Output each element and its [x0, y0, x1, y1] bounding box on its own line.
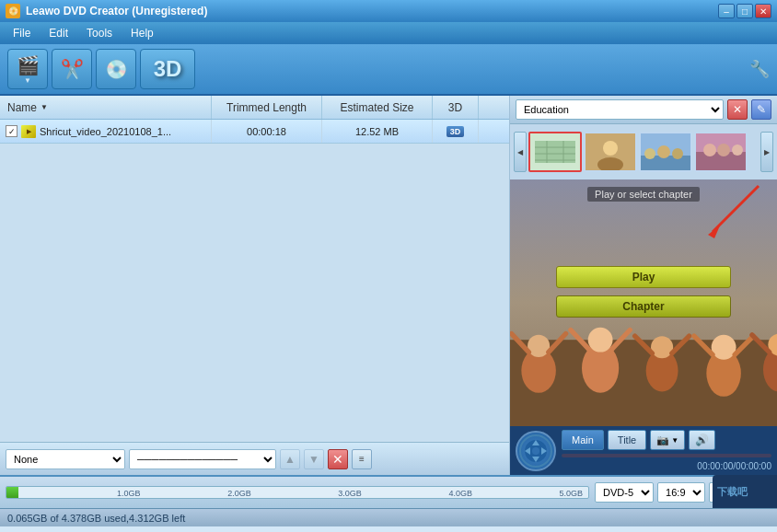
preview-play-button[interactable]: Play — [556, 266, 731, 288]
table-body: ✓ ▶ Shricut_video_20210108_1... 00:00:18… — [0, 120, 509, 144]
none-select[interactable]: None — [6, 449, 125, 469]
main-content: Name ▼ Trimmed Length Estimated Size 3D … — [0, 96, 777, 475]
column-header-3d: 3D — [433, 96, 479, 119]
maximize-button[interactable]: □ — [736, 4, 753, 18]
aspect-select[interactable]: ────────────── — [129, 449, 276, 469]
camera-icon: 📷 — [656, 434, 669, 446]
app-icon: 📀 — [6, 4, 20, 18]
svg-line-43 — [713, 186, 759, 232]
add-video-button[interactable]: 🎬 ▼ — [7, 49, 48, 89]
column-header-name: Name ▼ — [0, 96, 212, 119]
template-bar: Education Business Classic ✕ ✎ — [510, 96, 777, 124]
cell-trimmed: 00:00:18 — [212, 120, 322, 143]
progress-track — [562, 454, 771, 457]
edit-template-button[interactable]: ✎ — [751, 99, 771, 120]
svg-point-18 — [717, 144, 730, 156]
menu-edit[interactable]: Edit — [40, 25, 77, 41]
menu-help[interactable]: Help — [122, 25, 163, 41]
table-row[interactable]: ✓ ▶ Shricut_video_20210108_1... 00:00:18… — [0, 120, 509, 144]
main-button[interactable]: Main — [562, 430, 604, 450]
sort-icon[interactable]: ▼ — [41, 103, 48, 111]
thumbnail-strip: ◀ — [510, 124, 777, 179]
thumb-1-content — [530, 133, 580, 170]
toolbar-right: 🔧 — [749, 59, 770, 79]
file-table: Name ▼ Trimmed Length Estimated Size 3D … — [0, 96, 509, 442]
tick-5gb: 5.0GB — [559, 489, 583, 498]
preview-chapter-button[interactable]: Chapter — [556, 295, 731, 318]
thumb-prev-button[interactable]: ◀ — [514, 132, 527, 172]
more-menu-button[interactable]: ≡ — [352, 449, 372, 469]
disc-settings-button[interactable]: 💿 — [96, 49, 136, 89]
table-header: Name ▼ Trimmed Length Estimated Size 3D — [0, 96, 509, 120]
navigation-circle[interactable] — [516, 431, 556, 471]
thumb-2-content — [586, 133, 635, 170]
tick-3gb: 3.0GB — [338, 489, 362, 498]
camera-button[interactable]: 📷 ▼ — [650, 430, 685, 450]
svg-point-19 — [732, 145, 743, 156]
thumbnail-4[interactable] — [694, 132, 748, 172]
file-icon: ▶ — [21, 125, 36, 138]
delete-button[interactable]: ✕ — [328, 449, 348, 469]
svg-rect-1 — [535, 141, 575, 163]
column-header-trimmed: Trimmed Length — [212, 96, 322, 119]
volume-button[interactable]: 🔊 — [689, 430, 715, 450]
status-text: 0.065GB of 4.378GB used,4.312GB left — [7, 513, 185, 524]
menu-file[interactable]: File — [4, 25, 40, 41]
row-checkbox[interactable]: ✓ — [6, 125, 17, 137]
close-button[interactable]: ✕ — [755, 4, 771, 18]
thumbnail-3[interactable] — [639, 132, 692, 172]
playback-buttons: Main Title 📷 ▼ 🔊 — [562, 430, 771, 450]
svg-point-17 — [703, 144, 716, 156]
left-panel: Name ▼ Trimmed Length Estimated Size 3D … — [0, 96, 510, 475]
svg-point-12 — [644, 148, 655, 159]
edit-chapter-button[interactable]: ✂️ — [52, 49, 92, 89]
template-select[interactable]: Education Business Classic — [516, 99, 724, 120]
thumbnail-1[interactable] — [528, 132, 582, 172]
svg-point-13 — [657, 145, 670, 158]
title-button[interactable]: Title — [608, 430, 646, 450]
thumbnail-container — [528, 132, 759, 172]
film-icon: 🎬 — [17, 54, 40, 76]
svg-point-51 — [532, 447, 539, 455]
thumb-4-content — [696, 133, 746, 170]
delete-template-button[interactable]: ✕ — [727, 99, 748, 120]
scissors-icon: ✂️ — [61, 58, 84, 80]
svg-text:下载吧: 下载吧 — [717, 486, 748, 497]
preview-buttons: Play Chapter — [510, 266, 777, 318]
3d-button[interactable]: 3D — [140, 49, 195, 89]
camera-dropdown[interactable]: ▼ — [671, 436, 678, 445]
right-panel: Education Business Classic ✕ ✎ ◀ — [510, 96, 777, 475]
disc-icon: 💿 — [105, 58, 128, 80]
dropdown-arrow: ▼ — [24, 76, 31, 85]
title-bar-left: 📀 Leawo DVD Creator (Unregistered) — [6, 4, 207, 18]
bottom-bar-left: None ────────────── ▲ ▼ ✕ ≡ — [0, 442, 509, 475]
progress-section: 1.0GB 2.0GB 3.0GB 4.0GB 5.0GB DVD-5 DVD-… — [0, 475, 777, 508]
preview-area: Play or select chapter Play Chapter — [510, 179, 777, 426]
thumb-3-content — [641, 133, 690, 170]
svg-point-8 — [603, 141, 618, 156]
status-bar: 0.065GB of 4.378GB used,4.312GB left — [0, 508, 777, 526]
minimize-button[interactable]: – — [718, 4, 735, 18]
menu-bar: File Edit Tools Help — [0, 22, 777, 44]
dvd-format-select[interactable]: DVD-5 DVD-9 — [595, 482, 654, 503]
svg-point-14 — [672, 148, 683, 159]
thumb-next-button[interactable]: ▶ — [760, 132, 773, 172]
title-bar: 📀 Leawo DVD Creator (Unregistered) – □ ✕ — [0, 0, 777, 22]
app-title: Leawo DVD Creator (Unregistered) — [26, 5, 207, 17]
move-down-button[interactable]: ▼ — [304, 449, 324, 469]
cell-3d: 3D — [433, 120, 479, 143]
aspect-ratio-select[interactable]: 16:9 4:3 — [657, 482, 705, 503]
progress-label: 1.0GB 2.0GB 3.0GB 4.0GB 5.0GB — [6, 487, 588, 498]
storage-bar: 1.0GB 2.0GB 3.0GB 4.0GB 5.0GB — [6, 486, 589, 499]
toolbar: 🎬 ▼ ✂️ 💿 3D 🔧 — [0, 44, 777, 96]
playback-right: Main Title 📷 ▼ 🔊 00:00:00/00:00:00 — [562, 430, 771, 471]
window-controls: – □ ✕ — [718, 4, 771, 18]
svg-marker-44 — [708, 226, 720, 238]
cell-name: ✓ ▶ Shricut_video_20210108_1... — [0, 120, 212, 143]
tick-2gb: 2.0GB — [227, 489, 251, 498]
thumbnail-2[interactable] — [584, 132, 637, 172]
playback-time: 00:00:00/00:00:00 — [562, 461, 771, 471]
settings-icon[interactable]: 🔧 — [749, 59, 770, 79]
menu-tools[interactable]: Tools — [77, 25, 122, 41]
move-up-button[interactable]: ▲ — [280, 449, 300, 469]
